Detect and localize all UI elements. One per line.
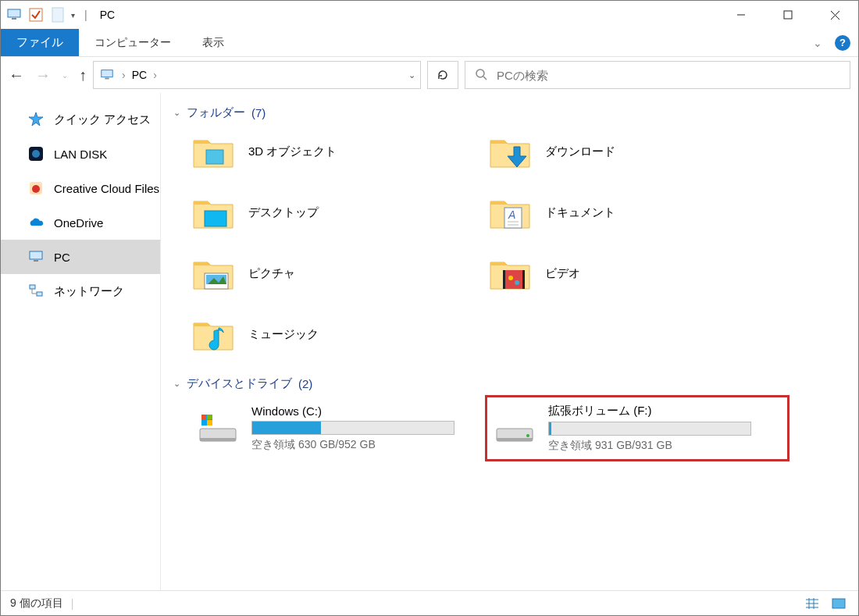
drive-usage-bar bbox=[548, 422, 751, 436]
folder-documents[interactable]: A ドキュメント bbox=[489, 189, 786, 236]
details-view-button[interactable] bbox=[802, 595, 822, 612]
folder-icon: A bbox=[489, 194, 531, 231]
status-separator: | bbox=[71, 597, 74, 610]
tab-file[interactable]: ファイル bbox=[1, 29, 79, 56]
svg-rect-46 bbox=[497, 438, 533, 441]
pc-icon bbox=[5, 6, 23, 23]
group-header-folders[interactable]: ⌄ フォルダー (7) bbox=[173, 105, 850, 120]
svg-rect-19 bbox=[30, 285, 35, 289]
drive-name: Windows (C:) bbox=[251, 404, 484, 418]
drives-grid: Windows (C:) 空き領域 630 GB/952 GB 拡張ボリューム … bbox=[169, 399, 850, 458]
refresh-button[interactable] bbox=[427, 61, 458, 89]
nav-arrows: ← → ⌄ ↑ bbox=[9, 66, 87, 84]
drive-info: 拡張ボリューム (F:) 空き領域 931 GB/931 GB bbox=[548, 404, 781, 453]
content-pane: ⌄ フォルダー (7) 3D オブジェクト ダウンロード bbox=[161, 93, 858, 590]
folder-icon bbox=[192, 255, 234, 292]
svg-point-10 bbox=[476, 69, 484, 77]
sidebar-item-quick-access[interactable]: クイック アクセス bbox=[1, 102, 160, 137]
quick-access-toolbar: ▾ | PC bbox=[1, 6, 115, 23]
svg-rect-9 bbox=[105, 78, 109, 80]
tab-computer[interactable]: コンピューター bbox=[79, 29, 187, 56]
address-bar[interactable]: › PC › ⌄ bbox=[93, 61, 421, 89]
svg-rect-2 bbox=[30, 9, 42, 21]
tab-view[interactable]: 表示 bbox=[187, 29, 240, 56]
folder-desktop[interactable]: デスクトップ bbox=[192, 189, 489, 236]
maximize-button[interactable] bbox=[765, 1, 811, 29]
svg-rect-8 bbox=[102, 70, 112, 77]
sidebar: クイック アクセス LAN DISK Creative Cloud Files … bbox=[1, 93, 161, 590]
addressbar-dropdown-icon[interactable]: ⌄ bbox=[408, 70, 415, 80]
svg-rect-44 bbox=[207, 420, 212, 426]
svg-rect-23 bbox=[206, 150, 223, 164]
svg-rect-39 bbox=[200, 438, 236, 441]
properties-icon[interactable] bbox=[27, 6, 45, 23]
svg-point-47 bbox=[526, 434, 529, 437]
titlebar: ▾ | PC bbox=[1, 1, 858, 29]
sidebar-item-pc[interactable]: PC bbox=[1, 240, 160, 274]
svg-rect-0 bbox=[8, 9, 20, 17]
search-box[interactable] bbox=[465, 61, 850, 89]
folder-3d-objects[interactable]: 3D オブジェクト bbox=[192, 128, 489, 175]
breadcrumb-sep[interactable]: › bbox=[122, 69, 126, 81]
svg-rect-5 bbox=[784, 11, 792, 19]
group-count: (2) bbox=[298, 377, 312, 390]
sidebar-item-onedrive[interactable]: OneDrive bbox=[1, 205, 160, 240]
drive-icon bbox=[197, 411, 239, 446]
folder-label: ダウンロード bbox=[545, 144, 615, 159]
breadcrumb-pc[interactable]: PC bbox=[132, 69, 147, 81]
chevron-down-icon: ⌄ bbox=[173, 108, 180, 118]
drive-f[interactable]: 拡張ボリューム (F:) 空き領域 931 GB/931 GB bbox=[489, 399, 786, 458]
drive-icon bbox=[494, 411, 536, 446]
recent-dropdown-icon[interactable]: ⌄ bbox=[62, 71, 68, 80]
sidebar-item-network[interactable]: ネットワーク bbox=[1, 274, 160, 308]
up-button[interactable]: ↑ bbox=[79, 66, 87, 84]
folder-label: ミュージック bbox=[248, 327, 319, 342]
folder-videos[interactable]: ビデオ bbox=[489, 250, 786, 297]
drive-free-text: 空き領域 630 GB/952 GB bbox=[251, 438, 484, 452]
svg-rect-53 bbox=[832, 599, 845, 608]
minimize-button[interactable] bbox=[718, 1, 765, 29]
folder-label: ビデオ bbox=[545, 266, 580, 281]
folder-downloads[interactable]: ダウンロード bbox=[489, 128, 786, 175]
ribbon-collapse-icon[interactable]: ⌄ bbox=[813, 37, 822, 49]
drive-info: Windows (C:) 空き領域 630 GB/952 GB bbox=[251, 404, 484, 452]
svg-marker-12 bbox=[29, 112, 43, 126]
breadcrumb-sep-2[interactable]: › bbox=[153, 69, 157, 81]
large-icons-view-button[interactable] bbox=[829, 595, 849, 612]
svg-line-11 bbox=[483, 77, 487, 80]
sidebar-item-label: Creative Cloud Files bbox=[54, 182, 159, 195]
sidebar-item-label: LAN DISK bbox=[54, 148, 107, 161]
star-icon bbox=[27, 111, 45, 128]
svg-rect-43 bbox=[201, 420, 206, 426]
status-bar: 9 個の項目 | bbox=[1, 590, 858, 615]
page-icon[interactable] bbox=[49, 6, 66, 23]
back-button[interactable]: ← bbox=[9, 66, 24, 84]
addressbar-pc-icon bbox=[98, 66, 116, 84]
svg-rect-17 bbox=[30, 251, 42, 259]
search-input[interactable] bbox=[497, 69, 840, 82]
sidebar-item-landisk[interactable]: LAN DISK bbox=[1, 137, 160, 171]
drive-free-text: 空き領域 931 GB/931 GB bbox=[548, 439, 781, 453]
folder-pictures[interactable]: ピクチャ bbox=[192, 250, 489, 297]
folder-music[interactable]: ミュージック bbox=[192, 311, 489, 358]
svg-text:A: A bbox=[508, 208, 515, 221]
nav-toolbar: ← → ⌄ ↑ › PC › ⌄ bbox=[1, 57, 858, 93]
status-item-count: 9 個の項目 bbox=[10, 596, 63, 611]
svg-rect-33 bbox=[504, 270, 523, 289]
pc-icon bbox=[27, 248, 45, 265]
sidebar-item-creative-cloud[interactable]: Creative Cloud Files bbox=[1, 171, 160, 205]
group-header-drives[interactable]: ⌄ デバイスとドライブ (2) bbox=[173, 376, 850, 391]
drive-c[interactable]: Windows (C:) 空き領域 630 GB/952 GB bbox=[192, 399, 489, 458]
creative-cloud-icon bbox=[27, 180, 45, 197]
close-button[interactable] bbox=[811, 1, 858, 29]
help-icon[interactable]: ? bbox=[835, 35, 850, 51]
qat-dropdown-icon[interactable]: ▾ bbox=[71, 11, 75, 20]
drive-name: 拡張ボリューム (F:) bbox=[548, 404, 781, 418]
main-area: クイック アクセス LAN DISK Creative Cloud Files … bbox=[1, 93, 858, 590]
svg-point-34 bbox=[508, 276, 513, 280]
sidebar-item-label: OneDrive bbox=[54, 216, 103, 230]
folder-icon bbox=[192, 194, 234, 231]
forward-button[interactable]: → bbox=[35, 66, 51, 84]
svg-rect-3 bbox=[52, 8, 63, 22]
group-title: デバイスとドライブ bbox=[187, 376, 292, 391]
